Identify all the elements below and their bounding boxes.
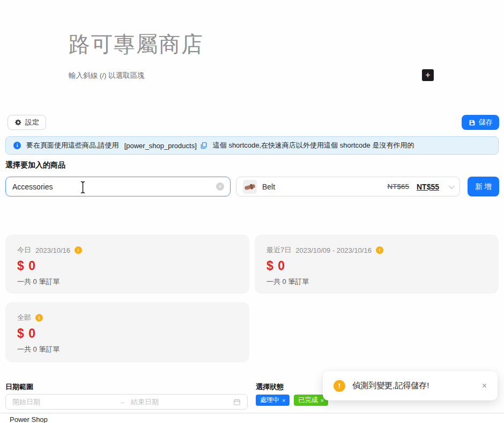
save-icon (469, 119, 476, 126)
status-tags: 處理中 × 已完成 × (256, 395, 328, 406)
stat-card-all: 全部 ! $ 0 一共 0 筆訂單 (5, 302, 249, 362)
shortcode-text: [power_shop_products] (124, 142, 197, 150)
stat-orders: 一共 0 筆訂單 (17, 345, 238, 354)
calendar-icon[interactable] (233, 398, 241, 406)
status-tag-label: 處理中 (260, 396, 279, 405)
toast-message: 偵測到變更,記得儲存! (352, 381, 475, 391)
stat-card-last7days: 最近7日 2023/10/09 - 2023/10/16 ! $ 0 一共 0 … (255, 235, 499, 294)
product-search-box[interactable]: × (5, 177, 231, 196)
stat-amount: $ 0 (17, 326, 238, 341)
banner-text-before: 要在頁面使用這些商品,請使用 (26, 141, 119, 150)
save-button[interactable]: 儲存 (462, 115, 499, 130)
stat-label: 最近7日 (266, 245, 291, 255)
stat-card-today: 今日 2023/10/16 ! $ 0 一共 0 筆訂單 (5, 235, 249, 294)
plugin-footer: Power Shop (0, 413, 504, 423)
chevron-down-icon (449, 183, 455, 188)
warning-tooltip-icon[interactable]: ! (376, 246, 383, 254)
stat-amount: $ 0 (266, 259, 487, 273)
settings-button-label: 設定 (25, 118, 39, 127)
add-product-button[interactable]: 新 增 (468, 177, 499, 196)
copy-icon[interactable] (200, 142, 207, 149)
warning-tooltip-icon[interactable]: ! (35, 314, 43, 322)
page-title[interactable]: 路可專屬商店 (69, 30, 204, 59)
product-name: Belt (262, 183, 275, 191)
product-original-price: NT$65 (387, 183, 409, 191)
product-select[interactable]: Belt NT$65 NT$55 (236, 177, 460, 196)
warning-icon: ! (333, 380, 345, 392)
product-sale-price: NT$55 (417, 183, 439, 191)
status-filter-label: 選擇狀態 (256, 382, 284, 392)
add-block-button[interactable]: + (422, 69, 434, 81)
remove-tag-icon[interactable]: × (282, 397, 285, 404)
stat-period: 2023/10/16 (35, 246, 70, 254)
date-range-input[interactable]: 開始日期 → 結束日期 (5, 394, 248, 410)
stat-orders: 一共 0 筆訂單 (17, 277, 238, 287)
banner-text-after: 這個 shortcode,在快速商店以外使用這個 shortcode 是沒有作用… (213, 141, 414, 150)
stat-label: 全部 (17, 313, 31, 323)
date-range-label: 日期範圍 (5, 382, 33, 392)
save-button-label: 儲存 (479, 118, 493, 127)
product-picker-label: 選擇要加入的商品 (5, 161, 65, 170)
product-thumbnail (243, 180, 257, 194)
text-cursor-pointer (80, 181, 86, 194)
toast-close-icon[interactable]: × (482, 381, 487, 391)
stat-amount: $ 0 (17, 259, 238, 273)
clear-search-icon[interactable]: × (216, 183, 224, 191)
stat-orders: 一共 0 筆訂單 (266, 277, 487, 287)
status-tag-processing: 處理中 × (256, 395, 290, 406)
end-date-placeholder: 結束日期 (131, 397, 233, 407)
product-search-input[interactable] (12, 183, 224, 191)
shortcode-info-banner: i 要在頁面使用這些商品,請使用 [power_shop_products] 這… (5, 136, 499, 155)
status-tag-label: 已完成 (298, 396, 317, 405)
start-date-placeholder: 開始日期 (12, 397, 118, 407)
arrow-right-icon: → (118, 398, 125, 406)
plus-icon: + (425, 70, 430, 79)
unsaved-changes-toast: ! 偵測到變更,記得儲存! × (323, 371, 498, 400)
info-icon: i (13, 142, 21, 149)
stat-label: 今日 (17, 245, 31, 255)
warning-tooltip-icon[interactable]: ! (75, 246, 82, 254)
gear-icon (14, 119, 22, 126)
settings-button[interactable]: 設定 (8, 115, 46, 130)
block-placeholder[interactable]: 輸入斜線 (/) 以選取區塊 (69, 71, 145, 81)
stat-period: 2023/10/09 - 2023/10/16 (295, 246, 372, 254)
